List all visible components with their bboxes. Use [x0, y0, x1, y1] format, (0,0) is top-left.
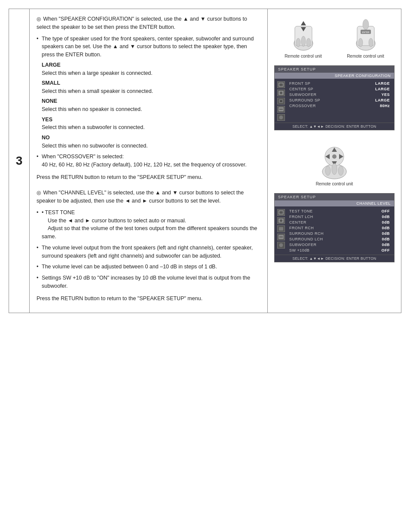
channel-data-col: TEST TONE OFF FRONT LCH 0dB CENTER 0dB — [288, 208, 392, 253]
ch-row-7: SW +10dB OFF — [288, 247, 392, 253]
ch-row-4-key: SURROUND RCH — [289, 231, 324, 236]
remote-hand-right-svg: ENTER — [344, 13, 387, 52]
remote-label-middle: Remote control unit — [316, 181, 353, 186]
channel-level-footer: SELECT: ▲▼◄► DECISION: ENTER BUTTON — [275, 255, 394, 262]
return-note2: Press the RETURN button to return to the… — [37, 295, 260, 303]
ch-row-1-val: 0dB — [382, 215, 390, 219]
sp-row-3-key: SURROUND SP — [289, 98, 320, 102]
crossover-bullet: When "CROSSOVER" is selected: 40 Hz, 60 … — [37, 153, 260, 169]
yes-desc: Select this when a subwoofer is connecte… — [42, 124, 260, 132]
ch-row-5-key: SURROUND LCH — [289, 237, 323, 241]
remote-hand-left-svg — [282, 13, 325, 52]
channel-icons-col — [277, 208, 285, 253]
page: 3 ◎ When "SPEAKER CONFIGURATION" is sele… — [0, 0, 410, 532]
svg-rect-15 — [279, 83, 283, 86]
sp-row-3-val: LARGE — [375, 98, 390, 102]
ch-row-3-key: FRONT RCH — [289, 226, 314, 230]
sp-row-0-key: FRONT SP — [289, 81, 310, 86]
sp-row-0-val: LARGE — [375, 81, 390, 86]
ch-row-0-key: TEST TONE — [289, 209, 313, 213]
ch-row-5-val: 0dB — [382, 237, 390, 241]
none-label: NONE — [42, 97, 260, 105]
remote-hand-middle-svg — [311, 137, 358, 180]
sp-icon-3 — [277, 98, 285, 105]
ch-icon-2 — [277, 217, 285, 224]
test-tone-label: • TEST TONE — [42, 209, 75, 215]
remote-figure-left: Remote control unit — [282, 13, 325, 58]
ch-row-1-key: FRONT LCH — [289, 215, 313, 219]
ch-row-2-key: CENTER — [289, 220, 306, 224]
large-desc: Select this when a large speaker is conn… — [42, 70, 260, 77]
speaker-config-footer: SELECT: ▲▼◄► DECISION: ENTER BUTTON — [275, 123, 394, 130]
svg-marker-2 — [301, 21, 306, 25]
svg-point-32 — [338, 166, 343, 175]
channel-level-body: TEST TONE OFF FRONT LCH 0dB CENTER 0dB — [275, 206, 394, 255]
sp-row-2-val: YES — [381, 92, 390, 97]
remote-label-right: Remote control unit — [347, 54, 384, 58]
ch-row-7-key: SW +10dB — [289, 248, 309, 252]
sp-icon-1 — [277, 81, 285, 88]
speaker-config-subtitle: SPEAKER CONFIGURATION — [275, 73, 394, 79]
svg-point-29 — [332, 154, 337, 159]
return-note2-text: Press the RETURN button to return to the… — [37, 295, 202, 301]
yes-label: YES — [42, 116, 260, 124]
channel-level-title: SPEAKER SETUP — [275, 194, 394, 200]
ch-row-6-key: SUBWOOFER — [289, 243, 317, 247]
right-column: Remote control unit ENTER — [268, 9, 401, 313]
sp-row-2-key: SUBWOOFER — [289, 92, 317, 97]
svg-point-31 — [332, 163, 337, 175]
section2-bullet2-text: The volume level output from the front s… — [42, 245, 253, 259]
ch-row-7-val: OFF — [382, 248, 390, 252]
test-tone-line2: Adjust so that the volume of the test to… — [42, 225, 257, 240]
svg-rect-21 — [279, 109, 283, 110]
remote-label-left: Remote control unit — [285, 54, 322, 58]
section2-bullet3-text: The volume level can be adjusted between… — [42, 264, 217, 270]
section1-intro-text: When "SPEAKER CONFIGURATION" is selected… — [37, 16, 247, 30]
section2-intro: ◎ When "CHANNEL LEVEL" is selected, use … — [37, 189, 260, 205]
circle-mark2: ◎ — [37, 190, 41, 196]
sp-row-2: SUBWOOFER YES — [288, 92, 392, 97]
test-tone-line1: Use the ◄ and ► cursor buttons to select… — [42, 218, 186, 224]
remote-hands-top: Remote control unit ENTER — [272, 13, 397, 58]
sp-row-4-val: 80Hz — [380, 104, 390, 108]
section1-bullet1: The type of speaker used for the front s… — [37, 35, 260, 150]
ch-row-2: CENTER 0dB — [288, 219, 392, 225]
main-text-column: ◎ When "SPEAKER CONFIGURATION" is select… — [30, 9, 268, 313]
ch-row-6-val: 0dB — [382, 243, 390, 247]
ch-icon-3 — [277, 225, 285, 232]
sp-row-4: CROSSOVER 80Hz — [288, 103, 392, 108]
ch-row-4-val: 0dB — [382, 231, 390, 236]
svg-point-36 — [280, 219, 282, 222]
svg-point-5 — [301, 36, 306, 46]
return-note1-text: Press the RETURN button to return to the… — [37, 174, 202, 180]
svg-point-6 — [306, 38, 311, 47]
speaker-config-title: SPEAKER SETUP — [275, 66, 394, 73]
speaker-data-col1: FRONT SP LARGE CENTER SP LARGE SUBWOOFER… — [288, 80, 392, 121]
ch-icon-4 — [277, 234, 285, 240]
svg-text:ENTER: ENTER — [362, 31, 369, 34]
sp-icon-2 — [277, 89, 285, 96]
sp-icon-5 — [277, 114, 285, 121]
section2-bullet3: The volume level can be adjusted between… — [37, 263, 260, 271]
sp-row-1: CENTER SP LARGE — [288, 86, 392, 92]
section1-intro: ◎ When "SPEAKER CONFIGURATION" is select… — [37, 15, 260, 31]
ch-icon-5 — [277, 242, 285, 249]
ch-row-6: SUBWOOFER 0dB — [288, 242, 392, 247]
channel-level-box: SPEAKER SETUP CHANNEL LEVEL — [274, 193, 395, 262]
content-box: 3 ◎ When "SPEAKER CONFIGURATION" is sele… — [9, 9, 401, 313]
ch-row-0: TEST TONE OFF — [288, 208, 392, 214]
speaker-icons-col1 — [277, 80, 285, 121]
svg-rect-34 — [279, 211, 283, 214]
svg-point-13 — [369, 38, 373, 47]
section2-intro-text: When "CHANNEL LEVEL" is selected, use th… — [37, 190, 244, 204]
svg-rect-19 — [280, 100, 282, 102]
ch-row-1: FRONT LCH 0dB — [288, 214, 392, 219]
sp-row-0: FRONT SP LARGE — [288, 80, 392, 86]
crossover-desc: 40 Hz, 60 Hz, 80 Hz (Factory default), 1… — [42, 162, 247, 168]
svg-rect-39 — [279, 237, 283, 237]
small-label: SMALL — [42, 79, 260, 87]
ch-row-4: SURROUND RCH 0dB — [288, 231, 392, 236]
ch-row-5: SURROUND LCH 0dB — [288, 236, 392, 242]
large-label: LARGE — [42, 61, 260, 69]
channel-level-subtitle: CHANNEL LEVEL — [275, 200, 394, 206]
